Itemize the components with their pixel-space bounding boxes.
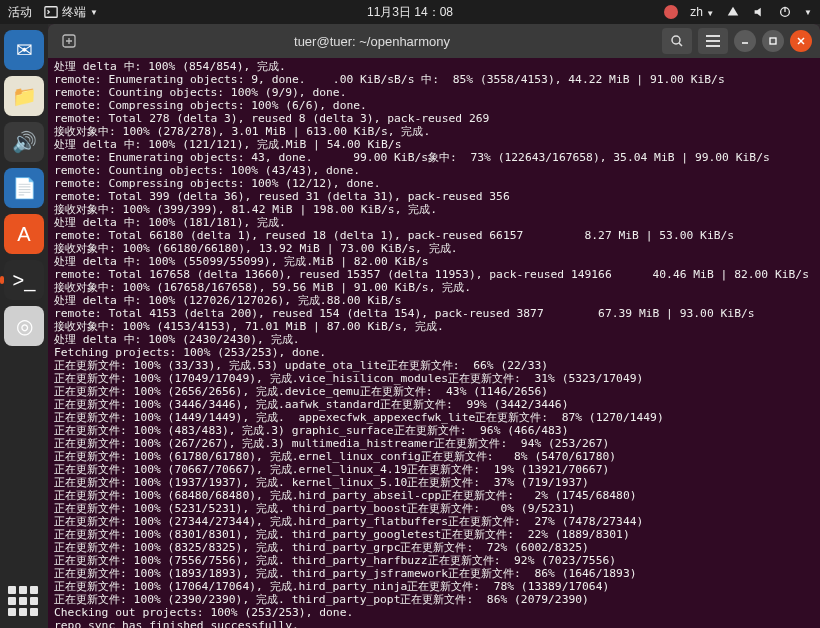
power-icon[interactable] bbox=[778, 5, 792, 19]
terminal-line: 正在更新文件: 100% (17064/17064), 完成.hird_part… bbox=[54, 580, 814, 593]
terminal-line: 正在更新文件: 100% (8301/8301), 完成. third_part… bbox=[54, 528, 814, 541]
notification-badge-icon[interactable] bbox=[664, 5, 678, 19]
dock-app-terminal[interactable]: >_ bbox=[4, 260, 44, 300]
maximize-icon bbox=[768, 36, 778, 46]
terminal-output[interactable]: 处理 delta 中: 100% (854/854), 完成.remote: E… bbox=[48, 58, 820, 628]
terminal-line: 接收对象中: 100% (399/399), 81.42 MiB | 198.0… bbox=[54, 203, 814, 216]
activities-button[interactable]: 活动 bbox=[8, 4, 32, 21]
terminal-line: remote: Total 278 (delta 3), reused 8 (d… bbox=[54, 112, 814, 125]
terminal-line: 正在更新文件: 100% (33/33), 完成.53) update_ota_… bbox=[54, 359, 814, 372]
terminal-line: 正在更新文件: 100% (1937/1937), 完成. kernel_lin… bbox=[54, 476, 814, 489]
clock[interactable]: 11月3日 14：08 bbox=[367, 4, 453, 21]
ime-indicator[interactable]: zh ▼ bbox=[690, 5, 714, 19]
window-title: tuer@tuer: ~/openharmony bbox=[82, 34, 662, 49]
terminal-line: 处理 delta 中: 100% (121/121), 完成.MiB | 54.… bbox=[54, 138, 814, 151]
terminal-line: 正在更新文件: 100% (68480/68480), 完成.hird_part… bbox=[54, 489, 814, 502]
minimize-button[interactable] bbox=[734, 30, 756, 52]
terminal-line: remote: Compressing objects: 100% (6/6),… bbox=[54, 99, 814, 112]
terminal-line: 正在更新文件: 100% (27344/27344), 完成.hird_part… bbox=[54, 515, 814, 528]
close-button[interactable] bbox=[790, 30, 812, 52]
search-icon bbox=[670, 34, 684, 48]
volume-icon[interactable] bbox=[752, 5, 766, 19]
show-applications-button[interactable] bbox=[8, 586, 40, 618]
system-menu-chevron-icon[interactable]: ▼ bbox=[804, 8, 812, 17]
minimize-icon bbox=[740, 36, 750, 46]
terminal-line: 正在更新文件: 100% (267/267), 完成.3) multimedia… bbox=[54, 437, 814, 450]
hamburger-menu-button[interactable] bbox=[698, 28, 728, 54]
terminal-line: 正在更新文件: 100% (483/483), 完成.3) graphic_su… bbox=[54, 424, 814, 437]
svg-rect-0 bbox=[45, 7, 57, 18]
terminal-line: 正在更新文件: 100% (2390/2390), 完成. third_part… bbox=[54, 593, 814, 606]
terminal-line: 接收对象中: 100% (167658/167658), 59.56 MiB |… bbox=[54, 281, 814, 294]
window-titlebar: tuer@tuer: ~/openharmony bbox=[48, 24, 820, 58]
terminal-line: 处理 delta 中: 100% (2430/2430), 完成. bbox=[54, 333, 814, 346]
terminal-line: Fetching projects: 100% (253/253), done. bbox=[54, 346, 814, 359]
terminal-line: 接收对象中: 100% (4153/4153), 71.01 MiB | 87.… bbox=[54, 320, 814, 333]
hamburger-icon bbox=[706, 35, 720, 37]
terminal-line: 处理 delta 中: 100% (854/854), 完成. bbox=[54, 60, 814, 73]
terminal-line: repo sync has finished successfully. bbox=[54, 619, 814, 628]
app-menu-label: 终端 bbox=[62, 4, 86, 21]
dock-app-files[interactable]: 📁 bbox=[4, 76, 44, 116]
app-menu[interactable]: 终端 ▼ bbox=[44, 4, 98, 21]
terminal-line: 处理 delta 中: 100% (181/181), 完成. bbox=[54, 216, 814, 229]
terminal-line: 正在更新文件: 100% (1449/1449), 完成. appexecfwk… bbox=[54, 411, 814, 424]
terminal-window: tuer@tuer: ~/openharmony 处理 delta 中: 100… bbox=[48, 24, 820, 628]
terminal-line: Checking out projects: 100% (253/253), d… bbox=[54, 606, 814, 619]
svg-point-6 bbox=[672, 36, 680, 44]
maximize-button[interactable] bbox=[762, 30, 784, 52]
svg-line-7 bbox=[679, 43, 682, 46]
terminal-app-icon bbox=[44, 5, 58, 19]
terminal-line: remote: Total 399 (delta 36), reused 31 … bbox=[54, 190, 814, 203]
terminal-line: 正在更新文件: 100% (2656/2656), 完成.device_qemu… bbox=[54, 385, 814, 398]
dock: ✉📁🔊📄A>_◎ bbox=[0, 24, 48, 628]
terminal-line: 接收对象中: 100% (66180/66180), 13.92 MiB | 7… bbox=[54, 242, 814, 255]
terminal-line: remote: Total 167658 (delta 13660), reus… bbox=[54, 268, 814, 281]
terminal-line: 处理 delta 中: 100% (55099/55099), 完成.MiB |… bbox=[54, 255, 814, 268]
terminal-line: 正在更新文件: 100% (1893/1893), 完成. third_part… bbox=[54, 567, 814, 580]
terminal-line: 处理 delta 中: 100% (127026/127026), 完成.88.… bbox=[54, 294, 814, 307]
terminal-line: 正在更新文件: 100% (8325/8325), 完成. third_part… bbox=[54, 541, 814, 554]
terminal-line: remote: Counting objects: 100% (9/9), do… bbox=[54, 86, 814, 99]
terminal-line: 正在更新文件: 100% (7556/7556), 完成. third_part… bbox=[54, 554, 814, 567]
network-icon[interactable] bbox=[726, 5, 740, 19]
dock-app-libreoffice[interactable]: 📄 bbox=[4, 168, 44, 208]
new-tab-button[interactable] bbox=[56, 28, 82, 54]
terminal-line: remote: Enumerating objects: 43, done. 9… bbox=[54, 151, 814, 164]
svg-rect-9 bbox=[770, 38, 776, 44]
terminal-line: 正在更新文件: 100% (70667/70667), 完成.ernel_lin… bbox=[54, 463, 814, 476]
terminal-line: remote: Compressing objects: 100% (12/12… bbox=[54, 177, 814, 190]
search-button[interactable] bbox=[662, 28, 692, 54]
terminal-line: remote: Total 66180 (delta 1), reused 18… bbox=[54, 229, 814, 242]
dock-app-rhythmbox[interactable]: 🔊 bbox=[4, 122, 44, 162]
gnome-topbar: 活动 终端 ▼ 11月3日 14：08 zh ▼ ▼ bbox=[0, 0, 820, 24]
terminal-line: remote: Enumerating objects: 9, done. .0… bbox=[54, 73, 814, 86]
dock-app-software[interactable]: A bbox=[4, 214, 44, 254]
terminal-line: 正在更新文件: 100% (17049/17049), 完成.vice_hisi… bbox=[54, 372, 814, 385]
terminal-line: 正在更新文件: 100% (61780/61780), 完成.ernel_lin… bbox=[54, 450, 814, 463]
terminal-line: 接收对象中: 100% (278/278), 3.01 MiB | 613.00… bbox=[54, 125, 814, 138]
terminal-line: remote: Total 4153 (delta 200), reused 1… bbox=[54, 307, 814, 320]
plus-box-icon bbox=[62, 34, 76, 48]
close-icon bbox=[796, 36, 806, 46]
dock-app-thunderbird[interactable]: ✉ bbox=[4, 30, 44, 70]
terminal-line: 正在更新文件: 100% (5231/5231), 完成. third_part… bbox=[54, 502, 814, 515]
dock-app-disc[interactable]: ◎ bbox=[4, 306, 44, 346]
chevron-down-icon: ▼ bbox=[90, 8, 98, 17]
terminal-line: remote: Counting objects: 100% (43/43), … bbox=[54, 164, 814, 177]
terminal-line: 正在更新文件: 100% (3446/3446), 完成.aafwk_stand… bbox=[54, 398, 814, 411]
